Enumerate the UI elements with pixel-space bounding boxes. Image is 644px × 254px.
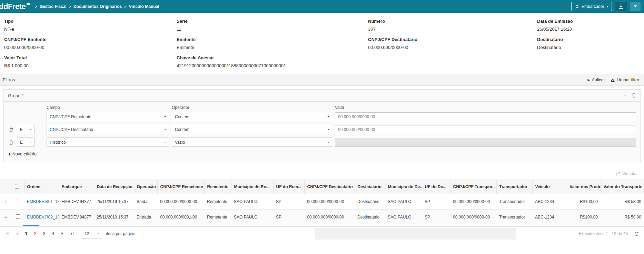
- campo-column-label: Campo: [47, 105, 169, 110]
- column-header-data-recepcao[interactable]: Data de Recepção: [94, 180, 134, 194]
- operador-select[interactable]: Contém: [172, 125, 332, 134]
- pager-page-3[interactable]: 3: [40, 229, 48, 238]
- column-header-veiculo[interactable]: Veículo: [532, 180, 567, 194]
- field-destinatario: Destinatário Destinatário: [537, 34, 644, 50]
- connector-select[interactable]: E: [17, 138, 35, 147]
- breadcrumb-gestao-fiscal[interactable]: Gestão Fiscal: [40, 4, 67, 9]
- cell-uf-remetente: SP: [273, 210, 304, 225]
- expand-row-button[interactable]: +: [4, 199, 8, 204]
- cell-cnpj-remetente: 00.000.000/0000-00: [157, 194, 204, 210]
- breadcrumb-vinculo-manual[interactable]: Vínculo Manual: [129, 4, 159, 9]
- vincular-button[interactable]: Vincular: [615, 171, 638, 176]
- select-row-checkbox[interactable]: [16, 199, 20, 203]
- field-label: Valor Total: [4, 53, 177, 63]
- user-menu-button[interactable]: Embarcador ▾: [571, 2, 612, 11]
- column-header-remetente[interactable]: Remetente: [204, 180, 231, 194]
- operador-select[interactable]: Contém: [172, 112, 332, 121]
- field-serie: Série 11: [177, 16, 368, 32]
- per-page-label: itens por página: [106, 231, 135, 236]
- connector-select[interactable]: E: [17, 125, 35, 134]
- column-header-municipio-destinatario[interactable]: Município do De...: [385, 180, 422, 194]
- campo-select[interactable]: CNPJ/CPF Destinatário: [47, 125, 169, 134]
- scrollbar-thumb[interactable]: [23, 225, 39, 226]
- column-header-uf-remetente[interactable]: UF do Rem...: [273, 180, 304, 194]
- field-value: 307: [368, 27, 537, 32]
- delete-criteria-button[interactable]: [8, 127, 14, 132]
- ordem-link[interactable]: EMBDEV.R02_13: [27, 215, 59, 220]
- filter-value-input-disabled: [335, 138, 636, 147]
- cell-valor-produtos: R$100,00: [567, 210, 601, 225]
- pager-page-1[interactable]: 1: [22, 229, 30, 238]
- question-mark-icon: ?: [634, 3, 637, 9]
- select-all-checkbox[interactable]: [15, 184, 19, 189]
- cell-valor-transporte: R$ 58,00: [601, 210, 644, 225]
- column-header-cnpj-remetente[interactable]: CNPJ/CPF Remetente: [157, 180, 204, 194]
- cell-cnpj-destinatario: 00.000.000/0000-00: [304, 210, 355, 225]
- trash-icon: [9, 127, 13, 132]
- breadcrumb-separator: >: [35, 4, 37, 9]
- column-header-transportador[interactable]: Transportador: [496, 180, 532, 194]
- cell-embarque: EMBDEV.94877: [59, 210, 94, 225]
- cell-data-recepcao: 25/11/2019 15:37: [94, 210, 134, 225]
- filters-actions: ▶ Aplicar Limpar filtro: [588, 78, 639, 82]
- download-button[interactable]: [615, 2, 627, 11]
- field-value: Destinatário: [537, 45, 644, 50]
- apply-filter-label: Aplicar: [592, 78, 605, 82]
- campo-select[interactable]: CNPJ/CPF Remetente: [47, 112, 169, 121]
- cell-cnpj-destinatario: 00.000.000/0000-00: [304, 194, 355, 210]
- column-header-destinatario[interactable]: Destinatário: [355, 180, 385, 194]
- column-header-ordem[interactable]: Ordem: [24, 180, 59, 194]
- collapse-group-button[interactable]: −: [624, 93, 627, 98]
- cell-remetente: Remetente: [204, 194, 231, 210]
- column-header-operacao[interactable]: Operação: [134, 180, 157, 194]
- column-header-valor-produtos[interactable]: Valor dos Produtos: [567, 180, 601, 194]
- pager-first-button[interactable]: [3, 229, 12, 238]
- table-row: + EMBDEV.R01_13 EMBDEV.94877 25/11/2019 …: [0, 194, 644, 210]
- breadcrumb: > Gestão Fiscal > Documentos Originários…: [35, 4, 159, 9]
- refresh-button[interactable]: [634, 231, 639, 236]
- pager-placeholder: [315, 228, 516, 240]
- pager-last-icon: [70, 232, 74, 236]
- column-header-uf-destinatario[interactable]: UF do De...: [422, 180, 450, 194]
- field-value: R$ 1.000,00: [4, 63, 177, 68]
- filter-value-input[interactable]: [335, 112, 636, 121]
- clear-filter-button[interactable]: Limpar filtro: [611, 78, 639, 82]
- expand-row-button[interactable]: +: [4, 214, 8, 220]
- pager-last-button[interactable]: [68, 229, 77, 238]
- field-numero: Número 307: [368, 16, 537, 32]
- ordem-link[interactable]: EMBDEV.R01_13: [27, 199, 59, 204]
- campo-select[interactable]: Histórico: [47, 138, 169, 147]
- help-button[interactable]: ?: [630, 2, 641, 11]
- column-header-valor-transporte[interactable]: Valor do Transporte: [601, 180, 644, 194]
- vincular-label: Vincular: [622, 171, 638, 176]
- column-header-cnpj-destinatario[interactable]: CNPJ/CPF Destinatário: [304, 180, 355, 194]
- operador-select[interactable]: Vazio: [172, 138, 332, 147]
- column-header-embarque[interactable]: Embarque: [59, 180, 94, 194]
- cell-transportador: Transportador: [496, 194, 532, 210]
- new-criteria-button[interactable]: + Novo critério: [8, 151, 37, 157]
- select-row-checkbox[interactable]: [16, 214, 20, 219]
- apply-filter-button[interactable]: ▶ Aplicar: [588, 78, 605, 82]
- field-tipo: Tipo NF-e: [4, 16, 177, 32]
- breadcrumb-documentos-originarios[interactable]: Documentos Originários: [73, 4, 122, 9]
- pager-page-4[interactable]: 4: [49, 229, 57, 238]
- field-label: Chave de Acesso: [177, 53, 537, 63]
- pager-next-button[interactable]: [58, 229, 67, 238]
- valor-column-label: Valor: [335, 105, 636, 110]
- pager-page-2[interactable]: 2: [31, 229, 39, 238]
- column-header-municipio-remetente[interactable]: Município do Re...: [231, 180, 273, 194]
- document-info: Tipo NF-e Série 11 Número 307 Data de Em…: [0, 13, 644, 74]
- delete-criteria-button[interactable]: [8, 140, 14, 145]
- page-size-select[interactable]: 12: [81, 229, 102, 238]
- delete-group-button[interactable]: [632, 93, 636, 98]
- column-header-cnpj-transportador[interactable]: CNPJ/CPF Transpor...: [450, 180, 496, 194]
- pager-next-icon: [60, 232, 65, 236]
- filter-group-panel: Grupo 1 − Campo Operador Valor CNPJ/CPF …: [3, 89, 641, 162]
- field-label: CNPJ/CPF Emitente: [4, 34, 177, 45]
- criteria-row: E ▼ Histórico ▼ Vazio ▼: [8, 138, 636, 147]
- field-label: Tipo: [4, 16, 177, 27]
- field-label: Data de Emissão: [537, 16, 644, 27]
- filter-value-input[interactable]: [335, 125, 636, 134]
- cell-cnpj-remetente: 00.000.000/0001-00: [157, 210, 204, 225]
- pager-prev-button[interactable]: [12, 229, 21, 238]
